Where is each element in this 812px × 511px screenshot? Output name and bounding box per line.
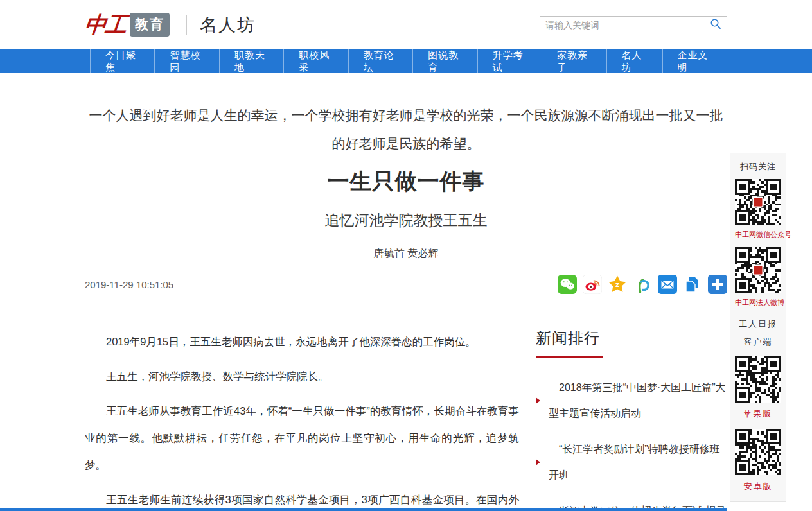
share-bar: z	[558, 275, 727, 294]
nav-item-family-education[interactable]: 家教亲子	[542, 49, 606, 73]
nav-item-enterprise-culture[interactable]: 企业文明	[663, 49, 727, 73]
logo-divider	[186, 15, 187, 35]
copy-share-icon[interactable]	[683, 275, 702, 294]
nav-item-vocational-world[interactable]: 职教天地	[220, 49, 284, 73]
svg-text:z: z	[615, 281, 619, 288]
ios-qr-caption: 苹果版	[735, 408, 781, 420]
ranking-title-underline	[536, 356, 603, 358]
triangle-bullet-icon	[536, 397, 543, 404]
qzone-share-icon[interactable]: z	[608, 275, 627, 294]
site-header: 中工 教育 名人坊	[0, 0, 812, 49]
ranking-item[interactable]: 2018年第三批“中国梦·大国工匠篇”大型主题宣传活动启动	[536, 375, 727, 426]
article-intro-quote: 一个人遇到好老师是人生的幸运，一个学校拥有好老师是学校的光荣，一个民族源源不断涌…	[85, 101, 727, 158]
app-title-line1: 工人日报	[735, 315, 781, 333]
search-box	[540, 16, 727, 33]
publish-date: 2019-11-29 10:51:05	[85, 279, 173, 290]
qr-follow-sidebar: 扫码关注 中工网微信公众号 中工网法人微博 工人日报 客户端 苹果版 安卓版	[730, 153, 786, 502]
news-ranking-list: 2018年第三批“中国梦·大国工匠篇”大型主题宣传活动启动 “长江学者奖励计划”…	[536, 375, 727, 511]
article-paragraph: 王五生老师从事教育工作近43年，怀着“一生只做一件事”的教育情怀，长期奋斗在教育…	[85, 397, 519, 478]
magnifier-icon	[710, 18, 721, 31]
tencent-weibo-share-icon[interactable]	[633, 275, 652, 294]
article-paragraph: 2019年9月15日，王五生老师因病去世，永远地离开了他深深眷恋的工作岗位。	[85, 328, 519, 355]
wechat-share-icon[interactable]	[558, 275, 577, 294]
nav-item-today-focus[interactable]: 今日聚焦	[90, 49, 155, 73]
nav-item-smart-campus[interactable]: 智慧校园	[155, 49, 219, 73]
main-content: 一个人遇到好老师是人生的幸运，一个学校拥有好老师是学校的光荣，一个民族源源不断涌…	[0, 101, 812, 511]
footer-top-strip	[0, 508, 727, 511]
logo-zhonggong-text: 中工	[84, 10, 128, 40]
qr-center-logo	[753, 265, 764, 276]
nav-item-celebrity[interactable]: 名人坊	[607, 49, 663, 73]
news-ranking-title: 新闻排行	[536, 328, 727, 356]
news-ranking-panel: 新闻排行 2018年第三批“中国梦·大国工匠篇”大型主题宣传活动启动 “长江学者…	[536, 328, 727, 511]
android-qr-caption: 安卓版	[735, 481, 781, 492]
article-subtitle: 追忆河池学院教授王五生	[85, 211, 727, 230]
scan-follow-title: 扫码关注	[735, 161, 781, 173]
article-authors: 唐毓首 黄必辉	[85, 247, 727, 261]
search-input[interactable]	[540, 17, 705, 33]
main-nav: 今日聚焦 智慧校园 职教天地 职校风采 教育论坛 图说教育 升学考试 家教亲子 …	[0, 49, 812, 73]
article-meta-row: 2019-11-29 10:51:05 z	[85, 275, 727, 306]
article-body: 2019年9月15日，王五生老师因病去世，永远地离开了他深深眷恋的工作岗位。 王…	[85, 328, 519, 511]
search-button[interactable]	[705, 17, 727, 33]
nav-item-education-forum[interactable]: 教育论坛	[349, 49, 413, 73]
email-share-icon[interactable]	[658, 275, 677, 294]
wechat-official-qr-code	[735, 179, 781, 225]
more-share-icon[interactable]	[708, 275, 727, 294]
article-paragraph: 王五生，河池学院教授、数学与统计学院院长。	[85, 363, 519, 390]
triangle-bullet-icon	[536, 459, 543, 465]
qr-center-logo	[753, 197, 764, 208]
weibo-share-icon[interactable]	[583, 275, 602, 294]
wechat-qr-caption: 中工网微信公众号	[735, 230, 781, 239]
android-app-qr-code	[735, 429, 781, 475]
site-logo[interactable]: 中工 教育 名人坊	[85, 10, 256, 40]
ios-app-qr-code	[735, 356, 781, 403]
channel-title: 名人坊	[200, 13, 256, 37]
app-title-line2: 客户端	[735, 333, 781, 351]
ranking-item[interactable]: “长江学者奖励计划”特聘教授研修班开班	[536, 437, 727, 488]
article-title: 一生只做一件事	[85, 167, 727, 196]
nav-item-education-pictures[interactable]: 图说教育	[413, 49, 477, 73]
nav-item-school-style[interactable]: 职校风采	[284, 49, 348, 73]
workers-daily-app-title: 工人日报 客户端	[735, 315, 781, 351]
weibo-official-qr-code	[735, 247, 781, 293]
page: 中工 教育 名人坊 今日聚焦 智慧校园 职教天地 职校风采 教育论坛 图	[0, 0, 812, 511]
weibo-qr-caption: 中工网法人微博	[735, 298, 781, 307]
logo-education-badge: 教育	[130, 13, 170, 37]
nav-item-entrance-exam[interactable]: 升学考试	[478, 49, 542, 73]
